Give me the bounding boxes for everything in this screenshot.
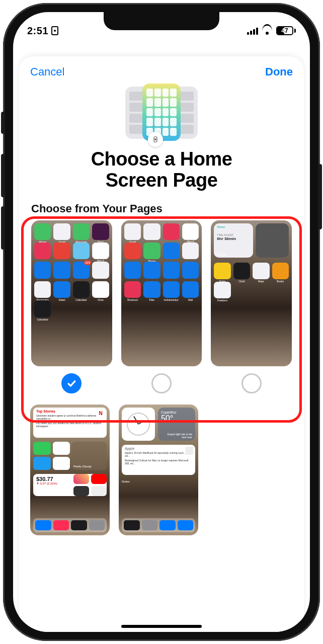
- dock: [122, 518, 195, 532]
- weather-widget: Partly Cloudy: [71, 442, 107, 470]
- app-icon: Slack: [92, 223, 109, 240]
- app-icon: Phone: [34, 223, 51, 240]
- app-icon: [163, 223, 180, 240]
- focus-badge-icon: [148, 132, 163, 147]
- section-choose-from-pages: Choose from Your Pages: [30, 196, 293, 220]
- app-icon: Maps: [253, 263, 269, 279]
- svg-point-1: [155, 139, 156, 140]
- app-icon: [53, 243, 70, 259]
- app-icon: Books: [272, 263, 289, 279]
- app-icon: Drive: [92, 281, 109, 298]
- photos-widget: Photos: [256, 223, 289, 258]
- app-icon: Authenticator: [163, 281, 180, 298]
- page-thumb-3[interactable]: Sleep TIME ASLEEP 6hr 36min Photos Notes…: [211, 220, 292, 366]
- page-thumb-4[interactable]: Top Stories N Ukrainian leaders agree to…: [30, 405, 110, 535]
- app-icon: [34, 243, 51, 259]
- volume-down-button: [1, 206, 5, 250]
- cellular-icon: [247, 27, 258, 35]
- app-icon: Safari: [53, 281, 70, 298]
- app-icon: Clock: [233, 263, 250, 279]
- app-icon: 229: [73, 262, 90, 278]
- app-icon: Calculator: [34, 300, 51, 317]
- hero-illustration: [121, 84, 202, 144]
- app-icon: [124, 262, 141, 278]
- app-icon: Mail: [182, 281, 199, 298]
- screen: 2:51 47 Cancel Done: [13, 12, 310, 632]
- clock-widget: [122, 408, 155, 441]
- sleep-widget: Sleep TIME ASLEEP 6hr 36min: [214, 223, 253, 258]
- app-icon: Phone: [143, 243, 160, 259]
- app-icon: Calculator: [73, 281, 90, 298]
- page-title: Choose a Home Screen Page: [31, 149, 292, 191]
- app-icon: [163, 243, 180, 259]
- status-bar: 2:51 47: [13, 12, 310, 42]
- done-button[interactable]: Done: [265, 65, 293, 78]
- app-icon: [34, 262, 51, 278]
- status-time: 2:51: [27, 25, 48, 37]
- app-icon: Reminders: [34, 281, 51, 298]
- device-frame: 2:51 47 Cancel Done: [3, 3, 320, 641]
- news-widget: Top Stories N Ukrainian leaders agree to…: [33, 408, 107, 438]
- page-select-3[interactable]: [241, 373, 262, 393]
- news-widget-2: Apple Apple's 15-inch MacBook Air report…: [122, 445, 195, 475]
- page-thumb-2[interactable]: GmailMon 6PhoneShortcutsFilesAuthenticat…: [121, 220, 202, 366]
- app-icon: [182, 262, 199, 278]
- wifi-icon: [262, 27, 272, 35]
- app-icon: Notes: [214, 263, 230, 279]
- app-icon: [143, 262, 160, 278]
- app-icon: [53, 262, 70, 278]
- page-select-1[interactable]: [61, 373, 82, 393]
- app-icon: Gmail: [53, 223, 70, 240]
- page-thumb-5[interactable]: Cupertino 50° Expect light rain in the n…: [119, 405, 198, 535]
- battery-indicator: 47: [276, 26, 296, 35]
- battery-percent: 47: [281, 27, 288, 34]
- focus-indicator-icon: [51, 26, 58, 35]
- weather-widget-2: Cupertino 50° Expect light rain in the n…: [158, 408, 195, 441]
- app-icon: Shortcuts: [124, 281, 141, 298]
- page-thumb-1[interactable]: PhoneGmailMessagesSlackMon 6229Reminders…: [31, 220, 112, 366]
- app-icon: [182, 243, 199, 259]
- checkmark-icon: [66, 378, 76, 388]
- app-icon: Files: [143, 281, 160, 298]
- volume-up-button: [1, 154, 5, 197]
- app-icon: Gmail: [124, 223, 141, 240]
- app-icon: [53, 442, 70, 455]
- home-indicator[interactable]: [121, 625, 202, 628]
- app-icon: [143, 223, 160, 240]
- app-icon: [33, 457, 51, 470]
- page-select-2[interactable]: [151, 373, 172, 393]
- app-icon: [53, 457, 70, 470]
- pages-row: PhoneGmailMessagesSlackMon 6229Reminders…: [30, 220, 293, 393]
- app-icon: Messages: [73, 223, 90, 240]
- modal-sheet: Cancel Done Choose a Home Screen Page: [19, 56, 304, 632]
- mute-switch: [1, 112, 5, 134]
- app-icon: Freeform: [214, 282, 230, 298]
- dock: [33, 518, 107, 532]
- app-icon: [92, 262, 109, 278]
- app-icon: Mon 6: [182, 223, 199, 240]
- app-icon: Mon 6: [92, 243, 109, 259]
- cancel-button[interactable]: Cancel: [30, 65, 64, 78]
- side-button: [318, 164, 322, 229]
- suggested-row: Top Stories N Ukrainian leaders agree to…: [19, 393, 304, 535]
- app-icon: [124, 243, 141, 259]
- app-icon: [73, 243, 90, 259]
- app-icon: [33, 442, 51, 455]
- app-icon: [163, 262, 180, 278]
